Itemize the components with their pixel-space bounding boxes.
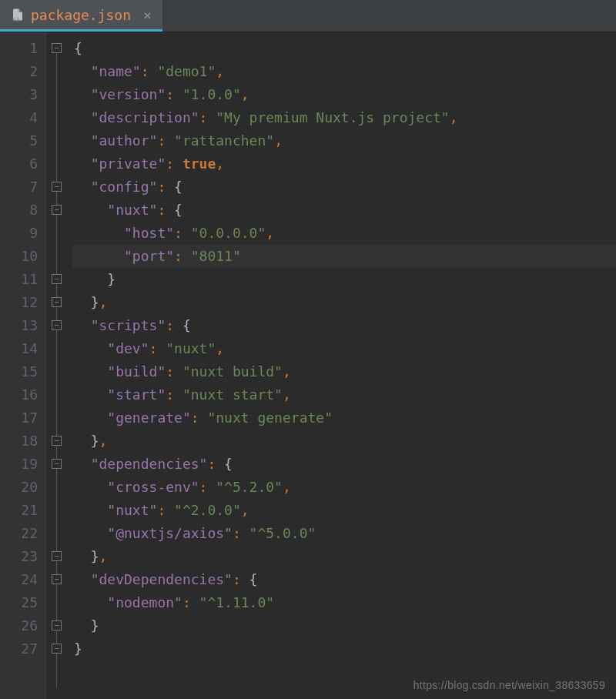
fold-end-icon[interactable]: − xyxy=(52,297,62,307)
token: "generate" xyxy=(107,410,190,426)
code-line[interactable]: "host": "0.0.0.0", xyxy=(72,222,616,245)
editor-window: {} package.json × 1234567891011121314151… xyxy=(0,0,616,699)
token: "build" xyxy=(107,363,166,380)
token: "config" xyxy=(91,179,158,195)
token: "1.0.0" xyxy=(182,86,241,102)
line-number: 5 xyxy=(6,129,38,152)
token: "nuxt start" xyxy=(182,386,283,403)
code-line[interactable]: }, xyxy=(72,291,616,314)
token: : xyxy=(233,525,249,541)
fold-end-icon[interactable]: − xyxy=(52,436,62,446)
line-number: 15 xyxy=(6,360,38,383)
token: "version" xyxy=(91,86,166,102)
line-number: 18 xyxy=(6,430,38,453)
line-number: 20 xyxy=(6,476,38,499)
line-number-gutter: 1234567891011121314151617181920212223242… xyxy=(0,32,46,699)
code-editor[interactable]: 1234567891011121314151617181920212223242… xyxy=(0,32,616,699)
code-line[interactable]: "nuxt": "^2.0.0", xyxy=(72,499,616,522)
token: : xyxy=(157,202,174,218)
line-number: 12 xyxy=(6,291,38,314)
token: : xyxy=(157,179,174,195)
token: "nuxt build" xyxy=(182,363,283,380)
line-number: 8 xyxy=(6,199,38,222)
token: , xyxy=(216,340,224,356)
token: "demo1" xyxy=(157,63,216,79)
token: "dev" xyxy=(107,340,149,356)
fold-end-icon[interactable]: − xyxy=(52,620,62,630)
tab-package-json[interactable]: {} package.json × xyxy=(0,0,162,32)
svg-text:{}: {} xyxy=(13,16,19,22)
close-icon[interactable]: × xyxy=(143,7,152,23)
code-line[interactable]: "private": true, xyxy=(72,152,616,176)
line-number: 2 xyxy=(6,60,38,83)
code-line[interactable]: "dev": "nuxt", xyxy=(72,337,616,360)
code-line[interactable]: "cross-env": "^5.2.0", xyxy=(72,476,616,499)
token: , xyxy=(216,63,224,79)
token: : xyxy=(174,248,191,264)
code-line[interactable]: "generate": "nuxt generate" xyxy=(72,406,616,430)
line-number: 6 xyxy=(6,152,38,176)
token: : xyxy=(166,156,182,172)
token: : xyxy=(149,340,166,356)
code-line[interactable]: "version": "1.0.0", xyxy=(72,83,616,106)
fold-end-icon[interactable]: − xyxy=(52,182,62,192)
fold-end-icon[interactable]: − xyxy=(52,274,62,284)
token: : xyxy=(166,86,182,102)
line-number: 26 xyxy=(6,614,38,637)
fold-end-icon[interactable]: − xyxy=(52,551,62,561)
code-line[interactable]: "nodemon": "^1.11.0" xyxy=(72,591,616,614)
line-number: 11 xyxy=(6,268,38,291)
code-line[interactable]: "devDependencies": { xyxy=(72,568,616,591)
token: : xyxy=(191,410,208,426)
token: "dependencies" xyxy=(91,456,208,472)
code-line[interactable]: "port": "8011" xyxy=(72,245,616,268)
token: , xyxy=(241,86,249,102)
token: "start" xyxy=(107,386,166,403)
token: "^5.0.0" xyxy=(249,525,316,541)
code-line[interactable]: "nuxt": { xyxy=(72,199,616,222)
fold-end-icon[interactable]: − xyxy=(52,205,62,215)
token: : xyxy=(174,225,191,241)
code-line[interactable]: "author": "rattanchen", xyxy=(72,129,616,152)
code-line[interactable]: } xyxy=(72,268,616,291)
code-line[interactable]: "start": "nuxt start", xyxy=(72,383,616,406)
line-number: 21 xyxy=(6,499,38,522)
token: "name" xyxy=(91,63,141,79)
code-line[interactable]: }, xyxy=(72,430,616,453)
code-line[interactable]: "config": { xyxy=(72,176,616,199)
code-line[interactable]: "description": "My premium Nuxt.js proje… xyxy=(72,106,616,129)
code-line[interactable]: "build": "nuxt build", xyxy=(72,360,616,383)
fold-toggle-icon[interactable]: − xyxy=(52,43,62,53)
fold-toggle-icon[interactable]: − xyxy=(52,644,62,654)
line-number: 9 xyxy=(6,222,38,245)
code-line[interactable]: "scripts": { xyxy=(72,314,616,337)
line-number: 16 xyxy=(6,383,38,406)
code-area[interactable]: { "name": "demo1", "version": "1.0.0", "… xyxy=(68,32,616,699)
line-number: 14 xyxy=(6,337,38,360)
code-line[interactable]: "name": "demo1", xyxy=(72,60,616,83)
token: , xyxy=(450,109,458,125)
fold-end-icon[interactable]: − xyxy=(52,320,62,330)
token: : xyxy=(233,571,249,587)
code-line[interactable]: "@nuxtjs/axios": "^5.0.0" xyxy=(72,522,616,545)
line-number: 19 xyxy=(6,453,38,476)
code-line[interactable]: { xyxy=(72,37,616,60)
token: : xyxy=(182,594,199,610)
code-line[interactable]: } xyxy=(72,614,616,637)
token: "devDependencies" xyxy=(91,571,233,587)
fold-end-icon[interactable]: − xyxy=(52,459,62,469)
token: "author" xyxy=(91,132,158,149)
code-line[interactable]: } xyxy=(72,637,616,661)
code-line[interactable]: }, xyxy=(72,545,616,568)
code-line[interactable]: "dependencies": { xyxy=(72,453,616,476)
line-number: 24 xyxy=(6,568,38,591)
token: "^5.2.0" xyxy=(216,479,283,495)
line-number: 1 xyxy=(6,37,38,60)
watermark-text: https://blog.csdn.net/weixin_38633659 xyxy=(413,679,605,691)
token: { xyxy=(174,202,182,218)
fold-end-icon[interactable]: − xyxy=(52,574,62,584)
token: , xyxy=(99,433,108,449)
token: { xyxy=(74,40,82,56)
line-number: 7 xyxy=(6,176,38,199)
token: } xyxy=(74,640,82,657)
